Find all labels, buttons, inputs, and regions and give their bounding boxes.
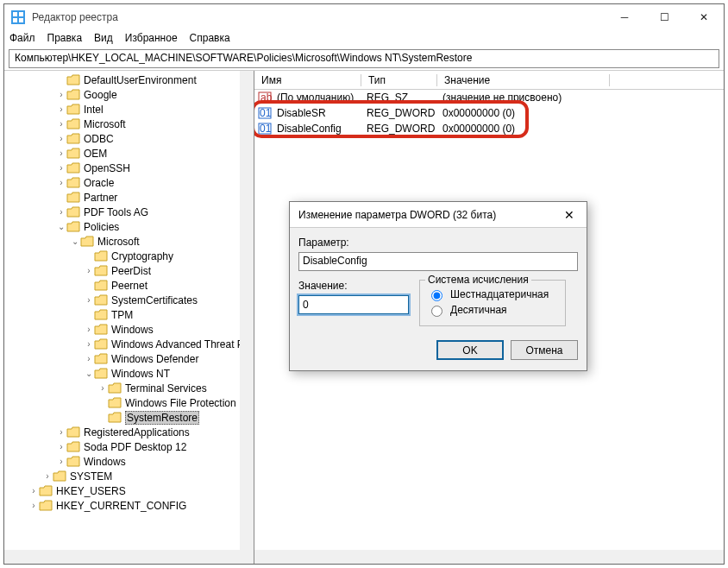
col-value[interactable]: Значение [437, 74, 610, 86]
tree-item[interactable]: ›Soda PDF Desktop 12 [4, 439, 254, 454]
maximize-button[interactable]: ☐ [644, 4, 684, 30]
menubar: Файл Правка Вид Избранное Справка [4, 30, 724, 47]
tree-item[interactable]: ›Microsoft [4, 117, 254, 131]
tree-item[interactable]: ›Oracle [4, 175, 254, 190]
tree-expand-icon[interactable]: › [56, 90, 66, 99]
tree-item[interactable]: ›SystemCertificates [4, 293, 254, 307]
tree-item-label: Peernet [111, 280, 147, 292]
tree-item[interactable]: ›Windows Defender [4, 351, 254, 366]
tree-item[interactable]: ›Google [4, 87, 254, 102]
tree-expand-icon[interactable]: › [84, 339, 94, 349]
tree-item[interactable]: ›Intel [4, 102, 254, 117]
col-name[interactable]: Имя [254, 74, 361, 86]
tree-item[interactable]: ›Windows Advanced Threat Pr [4, 337, 254, 351]
tree-expand-icon[interactable]: › [42, 471, 53, 481]
tree-expand-icon[interactable]: › [28, 486, 39, 495]
cancel-button[interactable]: Отмена [511, 340, 578, 360]
tree-item[interactable]: Cryptography [4, 249, 254, 263]
tree-expand-icon[interactable]: › [56, 119, 66, 129]
tree-pane[interactable]: DefaultUserEnvironment›Google›Intel›Micr… [4, 71, 254, 564]
tree-item[interactable]: ›ODBC [4, 131, 254, 146]
folder-icon [94, 280, 108, 292]
tree-expand-icon[interactable]: › [84, 266, 94, 275]
tree-item-label: Windows [84, 456, 126, 468]
values-hscrollbar[interactable] [254, 550, 724, 564]
value-row[interactable]: 011DisableSRREG_DWORD0x00000000 (0) [254, 105, 724, 121]
tree-expand-icon[interactable]: › [56, 457, 66, 466]
tree-expand-icon[interactable]: › [28, 501, 39, 510]
address-bar[interactable]: Компьютер\HKEY_LOCAL_MACHINE\SOFTWARE\Po… [9, 49, 719, 68]
menu-file[interactable]: Файл [9, 32, 35, 44]
folder-icon [108, 412, 122, 424]
tree-expand-icon[interactable]: ⌄ [70, 237, 80, 246]
tree-item[interactable]: ›Windows [4, 454, 254, 469]
tree-expand-icon[interactable]: › [56, 178, 66, 187]
folder-icon [94, 250, 108, 262]
tree-expand-icon[interactable]: ⌄ [84, 369, 94, 378]
ok-button[interactable]: OK [436, 340, 504, 360]
tree-item[interactable]: ›SYSTEM [4, 469, 254, 483]
tree-item[interactable]: Windows File Protection [4, 395, 254, 410]
svg-text:011: 011 [260, 107, 272, 119]
tree-item-label: HKEY_CURRENT_CONFIG [56, 500, 186, 512]
tree-expand-icon[interactable]: › [56, 427, 66, 437]
tree-hscrollbar[interactable] [4, 550, 254, 564]
param-name-field: DisableConfig [298, 252, 578, 271]
tree-vscrollbar[interactable] [240, 71, 254, 564]
tree-item[interactable]: ›OEM [4, 146, 254, 161]
tree-item[interactable]: ⌄Microsoft [4, 234, 254, 249]
tree-item[interactable]: ⌄Windows NT [4, 366, 254, 381]
tree-item[interactable]: ›HKEY_CURRENT_CONFIG [4, 498, 254, 513]
value-row[interactable]: ab(По умолчанию)REG_SZ(значение не присв… [254, 90, 724, 105]
tree-expand-icon[interactable]: › [97, 383, 108, 393]
tree-expand-icon[interactable]: › [56, 163, 66, 173]
tree-item[interactable]: ›HKEY_USERS [4, 483, 254, 498]
value-input[interactable] [298, 295, 409, 314]
folder-icon [39, 500, 53, 512]
value-type-icon: 011 [258, 106, 272, 120]
titlebar: Редактор реестра ─ ☐ ✕ [4, 4, 724, 30]
menu-help[interactable]: Справка [190, 32, 230, 44]
radix-dec-label: Десятичная [450, 304, 507, 316]
menu-view[interactable]: Вид [94, 32, 113, 44]
tree-item-label: PeerDist [111, 265, 151, 277]
value-row[interactable]: 011DisableConfigREG_DWORD0x00000000 (0) [254, 121, 724, 136]
tree-item[interactable]: SystemRestore [4, 410, 254, 425]
tree-item-label: Cryptography [111, 250, 173, 262]
tree-item[interactable]: ›PDF Tools AG [4, 205, 254, 219]
tree-expand-icon[interactable]: › [84, 325, 94, 334]
tree-item[interactable]: ›PeerDist [4, 263, 254, 278]
tree-item[interactable]: ›Terminal Services [4, 381, 254, 395]
tree-item[interactable]: ›Windows [4, 322, 254, 337]
tree-item-label: Windows Defender [111, 353, 198, 365]
tree-expand-icon[interactable]: › [56, 148, 66, 158]
tree-expand-icon[interactable]: › [56, 104, 66, 114]
svg-text:ab: ab [260, 92, 272, 104]
menu-favorites[interactable]: Избранное [125, 32, 178, 44]
tree-item-label: Windows [111, 324, 154, 336]
tree-expand-icon[interactable]: › [56, 134, 66, 143]
tree-expand-icon[interactable]: ⌄ [56, 222, 66, 231]
minimize-button[interactable]: ─ [605, 4, 644, 30]
dialog-close-button[interactable]: ✕ [552, 208, 587, 222]
value-data: 0x00000000 (0) [439, 123, 612, 135]
tree-item[interactable]: TPM [4, 307, 254, 322]
radix-hex-radio[interactable] [431, 290, 442, 301]
tree-expand-icon[interactable]: › [56, 207, 66, 217]
col-type[interactable]: Тип [361, 74, 437, 86]
tree-item[interactable]: ⌄Policies [4, 219, 254, 234]
menu-edit[interactable]: Правка [47, 32, 83, 44]
param-label: Параметр: [298, 237, 578, 249]
close-button[interactable]: ✕ [684, 4, 724, 30]
tree-item[interactable]: ›OpenSSH [4, 161, 254, 175]
tree-item[interactable]: Peernet [4, 278, 254, 293]
tree-expand-icon[interactable]: › [84, 354, 94, 363]
tree-item[interactable]: ›RegisteredApplications [4, 425, 254, 439]
values-header: Имя Тип Значение [254, 71, 724, 90]
tree-item[interactable]: DefaultUserEnvironment [4, 73, 254, 87]
tree-item[interactable]: Partner [4, 190, 254, 205]
svg-rect-1 [13, 12, 17, 16]
tree-expand-icon[interactable]: › [84, 295, 94, 305]
radix-dec-radio[interactable] [431, 306, 442, 317]
tree-expand-icon[interactable]: › [56, 442, 66, 451]
